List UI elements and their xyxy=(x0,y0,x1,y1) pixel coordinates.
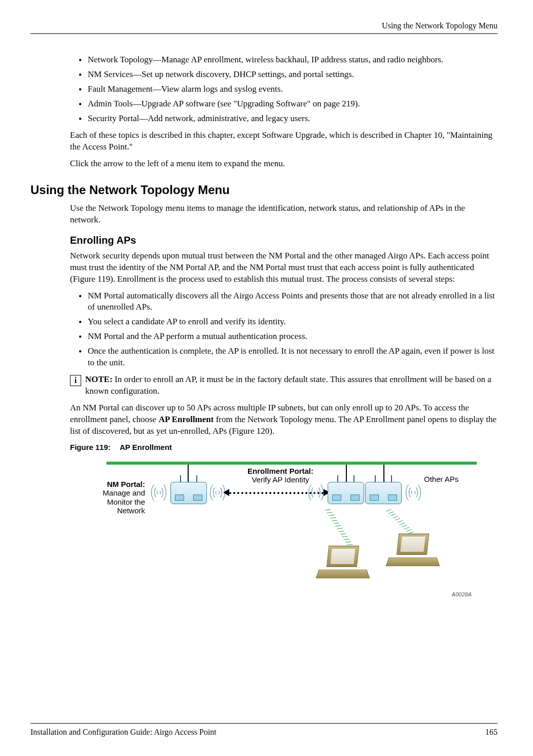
info-icon: i xyxy=(70,375,81,386)
paragraph: Each of these topics is described in thi… xyxy=(70,130,498,153)
access-point-icon xyxy=(328,482,364,504)
figure-id: A0028A xyxy=(452,591,472,598)
radio-waves-icon xyxy=(404,480,424,505)
note-label: NOTE: xyxy=(85,374,113,384)
paragraph: Use the Network Topology menu items to m… xyxy=(70,203,498,226)
page-content: Network Topology—Manage AP enrollment, w… xyxy=(30,54,498,598)
figure-caption: Figure 119:AP Enrollment xyxy=(70,442,498,452)
list-item: NM Portal automatically discovers all th… xyxy=(79,290,498,314)
arrow-left-icon xyxy=(223,489,229,496)
access-point-icon xyxy=(170,482,207,504)
list-item: Security Portal—Add network, administrat… xyxy=(79,113,498,125)
enroll-steps-list: NM Portal automatically discovers all th… xyxy=(30,290,498,369)
note-body: In order to enroll an AP, it must be in … xyxy=(85,374,491,396)
figure-ap-enrollment: NM Portal: Manage and Monitor the Networ… xyxy=(91,457,477,598)
radio-waves-icon xyxy=(306,480,327,505)
list-item: NM Services—Set up network discovery, DH… xyxy=(79,69,498,81)
paragraph: Network security depends upon mutual tru… xyxy=(70,250,498,285)
footer-title: Installation and Configuration Guide: Ai… xyxy=(30,727,217,738)
list-item: NM Portal and the AP perform a mutual au… xyxy=(79,331,498,343)
footer-page-number: 165 xyxy=(485,727,498,738)
list-item: Fault Management—View alarm logs and sys… xyxy=(79,84,498,95)
paragraph: Click the arrow to the left of a menu it… xyxy=(70,158,498,170)
laptop-icon xyxy=(317,546,368,581)
page-footer: Installation and Configuration Guide: Ai… xyxy=(30,723,498,738)
access-point-icon xyxy=(365,482,402,504)
note-block: i NOTE: In order to enroll an AP, it mus… xyxy=(70,374,498,397)
section-heading: Using the Network Topology Menu xyxy=(30,182,498,198)
header-section-title: Using the Network Topology Menu xyxy=(382,21,498,30)
list-item: Network Topology—Manage AP enrollment, w… xyxy=(79,54,498,66)
list-item: You select a candidate AP to enroll and … xyxy=(79,316,498,328)
subsection-heading: Enrolling APs xyxy=(70,234,498,247)
note-text: NOTE: In order to enroll an AP, it must … xyxy=(85,374,498,397)
wireless-link-icon: ////////////// xyxy=(324,506,354,548)
nm-portal-label: NM Portal: Manage and Monitor the Networ… xyxy=(91,480,145,515)
radio-waves-icon xyxy=(149,480,169,505)
list-item: Once the authentication is complete, the… xyxy=(79,346,498,369)
laptop-icon xyxy=(387,534,438,569)
network-backbone xyxy=(106,462,477,465)
paragraph: An NM Portal can discover up to 50 APs a… xyxy=(70,402,498,437)
list-item: Admin Tools—Upgrade AP software (see "Up… xyxy=(79,98,498,110)
menu-overview-list: Network Topology—Manage AP enrollment, w… xyxy=(30,54,498,125)
other-aps-label: Other APs xyxy=(424,475,458,483)
page-header: Using the Network Topology Menu xyxy=(30,20,498,34)
